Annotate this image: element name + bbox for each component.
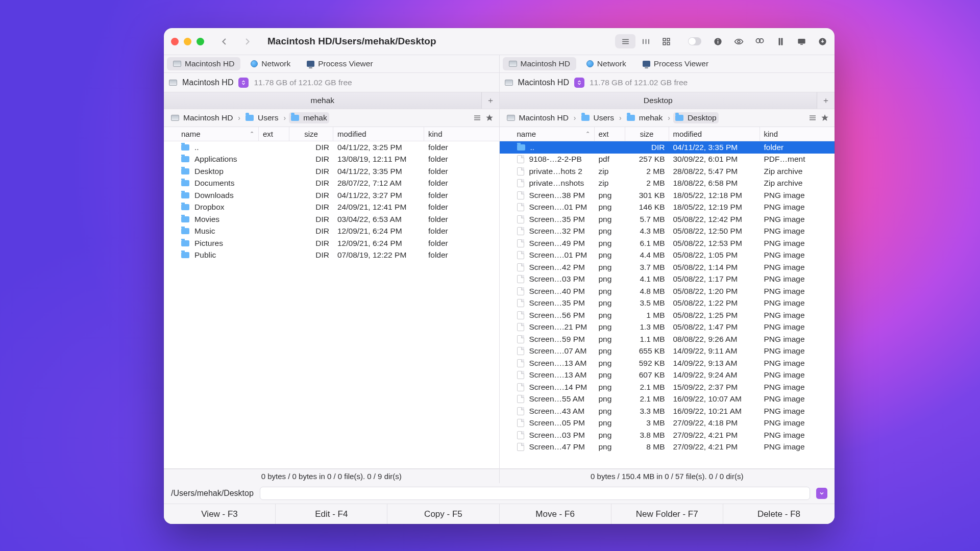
minimize-button[interactable] bbox=[184, 38, 191, 45]
file-row[interactable]: PicturesDIR12/09/21, 6:24 PMfolder bbox=[164, 237, 499, 249]
file-row[interactable]: Screen…38 PMpng301 KB18/05/22, 12:18 PMP… bbox=[500, 189, 835, 202]
col-size[interactable]: size bbox=[625, 127, 669, 141]
forward-button[interactable] bbox=[242, 37, 252, 46]
file-row[interactable]: private…nshotszip2 MB18/08/22, 6:58 PMZi… bbox=[500, 178, 835, 190]
cell-kind: folder bbox=[424, 239, 499, 248]
col-name[interactable]: name bbox=[500, 127, 595, 141]
file-row[interactable]: PublicDIR07/08/19, 12:22 PMfolder bbox=[164, 249, 499, 262]
footer-button[interactable]: New Folder - F7 bbox=[611, 504, 723, 524]
footer-button[interactable]: Edit - F4 bbox=[276, 504, 387, 524]
location-tab[interactable]: Macintosh HD bbox=[503, 57, 576, 70]
file-list-left[interactable]: ..DIR04/11/22, 3:25 PMfolderApplications… bbox=[164, 141, 499, 468]
file-row[interactable]: private…hots 2zip2 MB28/08/22, 5:47 PMZi… bbox=[500, 165, 835, 178]
breadcrumb-item[interactable]: Users bbox=[243, 112, 280, 123]
list-mode-icon[interactable] bbox=[473, 113, 482, 122]
pane-tab-left[interactable]: mehak bbox=[164, 92, 482, 109]
file-row[interactable]: DropboxDIR24/09/21, 12:41 PMfolder bbox=[164, 202, 499, 214]
file-row[interactable]: Screen…49 PMpng6.1 MB05/08/22, 12:53 PMP… bbox=[500, 237, 835, 249]
view-columns-icon[interactable] bbox=[635, 34, 656, 48]
add-tab-left[interactable]: ＋ bbox=[482, 92, 499, 109]
footer-button[interactable]: Delete - F8 bbox=[723, 504, 835, 524]
col-ext[interactable]: ext bbox=[595, 127, 625, 141]
file-row[interactable]: Screen….07 AMpng655 KB14/09/22, 9:11 AMP… bbox=[500, 345, 835, 358]
file-row[interactable]: Screen…03 PMpng4.1 MB05/08/22, 1:17 PMPN… bbox=[500, 273, 835, 286]
footer-button[interactable]: View - F3 bbox=[164, 504, 276, 524]
col-kind[interactable]: kind bbox=[760, 127, 835, 141]
favorite-star-icon[interactable] bbox=[485, 113, 494, 122]
col-kind[interactable]: kind bbox=[424, 127, 499, 141]
file-row[interactable]: Screen…59 PMpng1.1 MB08/08/22, 9:26 AMPN… bbox=[500, 333, 835, 345]
breadcrumb-item[interactable]: Macintosh HD bbox=[505, 112, 571, 123]
toggle-hidden-icon[interactable] bbox=[688, 37, 702, 46]
location-tab[interactable]: Network bbox=[580, 57, 632, 70]
file-row[interactable]: Screen…56 PMpng1 MB05/08/22, 1:25 PMPNG … bbox=[500, 309, 835, 321]
file-row[interactable]: ApplicationsDIR13/08/19, 12:11 PMfolder bbox=[164, 154, 499, 166]
list-mode-icon[interactable] bbox=[808, 113, 817, 122]
info-icon[interactable] bbox=[713, 37, 723, 46]
footer-button[interactable]: Copy - F5 bbox=[387, 504, 499, 524]
view-list-icon[interactable] bbox=[615, 34, 635, 48]
add-tab-right[interactable]: ＋ bbox=[817, 92, 835, 109]
breadcrumb-item[interactable]: Desktop bbox=[673, 112, 719, 123]
location-tab[interactable]: Macintosh HD bbox=[167, 57, 240, 70]
drive-menu-right[interactable] bbox=[574, 78, 584, 88]
view-grid-icon[interactable] bbox=[656, 34, 676, 48]
cell-mod: 18/05/22, 12:18 PM bbox=[669, 191, 760, 200]
path-history-button[interactable] bbox=[816, 488, 827, 499]
file-row[interactable]: Screen…42 PMpng3.7 MB05/08/22, 1:14 PMPN… bbox=[500, 261, 835, 273]
file-row[interactable]: Screen…32 PMpng4.3 MB05/08/22, 12:50 PMP… bbox=[500, 226, 835, 238]
favorite-star-icon[interactable] bbox=[820, 113, 829, 122]
file-row[interactable]: MoviesDIR03/04/22, 6:53 AMfolder bbox=[164, 213, 499, 226]
file-row[interactable]: Screen…40 PMpng4.8 MB05/08/22, 1:20 PMPN… bbox=[500, 285, 835, 297]
file-row[interactable]: DownloadsDIR04/11/22, 3:27 PMfolder bbox=[164, 189, 499, 202]
svg-point-15 bbox=[738, 40, 740, 43]
file-row[interactable]: Screen….01 PMpng4.4 MB05/08/22, 1:05 PMP… bbox=[500, 249, 835, 262]
file-row[interactable]: DesktopDIR04/11/22, 3:35 PMfolder bbox=[164, 165, 499, 178]
pane-tab-right[interactable]: Desktop bbox=[500, 92, 818, 109]
search-icon[interactable] bbox=[755, 37, 765, 46]
airdrop-icon[interactable] bbox=[776, 37, 786, 46]
location-tab[interactable]: Network bbox=[244, 57, 297, 70]
file-row[interactable]: Screen….13 AMpng592 KB14/09/22, 9:13 AMP… bbox=[500, 357, 835, 369]
col-modified[interactable]: modified bbox=[333, 127, 424, 141]
drive-name-right[interactable]: Macintosh HD bbox=[518, 78, 569, 87]
file-row[interactable]: Screen….14 PMpng2.1 MB15/09/22, 2:37 PMP… bbox=[500, 381, 835, 393]
drive-menu-left[interactable] bbox=[238, 78, 249, 88]
file-row[interactable]: Screen….13 AMpng607 KB14/09/22, 9:24 AMP… bbox=[500, 369, 835, 382]
close-button[interactable] bbox=[171, 38, 179, 45]
file-row[interactable]: Screen…05 PMpng3 MB27/09/22, 4:18 PMPNG … bbox=[500, 417, 835, 430]
drive-name-left[interactable]: Macintosh HD bbox=[182, 78, 233, 87]
computer-icon[interactable] bbox=[797, 37, 806, 46]
download-icon[interactable] bbox=[818, 37, 827, 46]
file-row[interactable]: Screen…55 AMpng2.1 MB16/09/22, 10:07 AMP… bbox=[500, 393, 835, 406]
maximize-button[interactable] bbox=[197, 38, 204, 45]
col-name[interactable]: name bbox=[164, 127, 259, 141]
quicklook-icon[interactable] bbox=[734, 37, 744, 46]
file-list-right[interactable]: ..DIR04/11/22, 3:35 PMfolder9108-…2-2-PB… bbox=[500, 141, 835, 468]
breadcrumb-item[interactable]: Macintosh HD bbox=[169, 112, 235, 123]
col-size[interactable]: size bbox=[289, 127, 333, 141]
location-tab-label: Network bbox=[261, 59, 290, 68]
footer-button[interactable]: Move - F6 bbox=[500, 504, 611, 524]
path-input[interactable] bbox=[260, 487, 810, 500]
breadcrumb-item[interactable]: mehak bbox=[289, 112, 329, 123]
location-tab[interactable]: Process Viewer bbox=[636, 57, 715, 70]
col-modified[interactable]: modified bbox=[669, 127, 760, 141]
file-row[interactable]: 9108-…2-2-PBpdf257 KB30/09/22, 6:01 PMPD… bbox=[500, 154, 835, 166]
file-row[interactable]: Screen…03 PMpng3.8 MB27/09/22, 4:21 PMPN… bbox=[500, 429, 835, 441]
file-row[interactable]: ..DIR04/11/22, 3:35 PMfolder bbox=[500, 141, 835, 154]
file-row[interactable]: MusicDIR12/09/21, 6:24 PMfolder bbox=[164, 226, 499, 238]
file-row[interactable]: DocumentsDIR28/07/22, 7:12 AMfolder bbox=[164, 178, 499, 190]
file-row[interactable]: Screen…43 AMpng3.3 MB16/09/22, 10:21 AMP… bbox=[500, 405, 835, 417]
location-tab[interactable]: Process Viewer bbox=[301, 57, 379, 70]
back-button[interactable] bbox=[219, 37, 229, 46]
file-row[interactable]: Screen…47 PMpng8 MB27/09/22, 4:21 PMPNG … bbox=[500, 441, 835, 454]
breadcrumb-item[interactable]: mehak bbox=[625, 112, 665, 123]
file-row[interactable]: Screen…35 PMpng3.5 MB05/08/22, 1:22 PMPN… bbox=[500, 297, 835, 310]
file-row[interactable]: Screen….21 PMpng1.3 MB05/08/22, 1:47 PMP… bbox=[500, 321, 835, 334]
file-row[interactable]: ..DIR04/11/22, 3:25 PMfolder bbox=[164, 141, 499, 154]
file-row[interactable]: Screen….01 PMpng146 KB18/05/22, 12:19 PM… bbox=[500, 202, 835, 214]
breadcrumb-item[interactable]: Users bbox=[579, 112, 616, 123]
file-row[interactable]: Screen…35 PMpng5.7 MB05/08/22, 12:42 PMP… bbox=[500, 213, 835, 226]
col-ext[interactable]: ext bbox=[259, 127, 289, 141]
